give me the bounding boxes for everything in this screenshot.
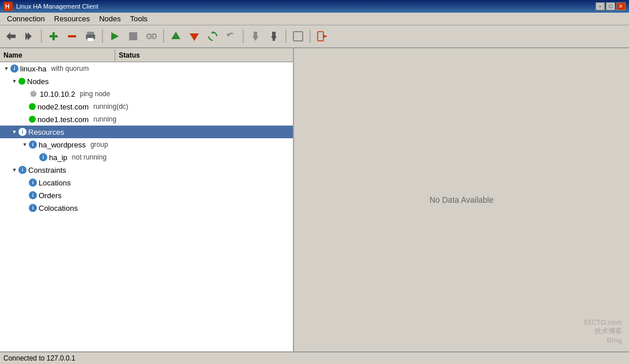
toolbar-remove-button[interactable] bbox=[63, 28, 81, 45]
menu-nodes[interactable]: Nodes bbox=[95, 13, 126, 24]
tree-row-locations[interactable]: i Locations bbox=[0, 176, 293, 189]
svg-rect-26 bbox=[273, 38, 275, 41]
minimize-button[interactable]: − bbox=[596, 2, 605, 10]
tree-row-linux-ha[interactable]: ▼ i linux-ha with quorum bbox=[0, 62, 293, 75]
info-resources-icon: i bbox=[18, 128, 27, 136]
tree-row-node1[interactable]: node1.test.com running bbox=[0, 113, 293, 126]
constraints-label: Constraints bbox=[28, 166, 66, 175]
expand-node1-icon bbox=[21, 115, 29, 123]
watermark-line1: 51CTO.com bbox=[584, 318, 622, 327]
watermark-line3: Blog bbox=[584, 336, 622, 344]
right-panel: No Data Available 51CTO.com 技术博客 Blog bbox=[294, 48, 629, 351]
info-linux-ha-icon: i bbox=[10, 65, 18, 73]
tree-row-orders[interactable]: i Orders bbox=[0, 189, 293, 202]
expand-nodes-icon[interactable]: ▼ bbox=[10, 77, 18, 85]
toolbar-view-button[interactable] bbox=[289, 28, 307, 45]
expand-constraints-icon[interactable]: ▼ bbox=[10, 166, 18, 174]
toolbar-sep-6 bbox=[310, 29, 311, 43]
toolbar-pin1-button[interactable] bbox=[247, 28, 264, 45]
toolbar-back-button[interactable] bbox=[2, 28, 20, 45]
menu-resources[interactable]: Resources bbox=[50, 13, 95, 24]
maximize-button[interactable]: □ bbox=[606, 2, 615, 10]
toolbar-sep-3 bbox=[163, 29, 164, 43]
info-colocations-icon: i bbox=[29, 204, 37, 212]
info-ha-ip-icon: i bbox=[39, 153, 47, 161]
status-message: Connected to 127.0.0.1 bbox=[3, 354, 76, 362]
svg-marker-19 bbox=[171, 32, 180, 39]
menu-tools[interactable]: Tools bbox=[126, 13, 152, 24]
svg-marker-23 bbox=[253, 36, 258, 41]
orders-label: Orders bbox=[39, 191, 62, 200]
status-bar: Connected to 127.0.0.1 bbox=[0, 351, 629, 364]
close-button[interactable]: ✕ bbox=[616, 2, 626, 10]
nodes-label: Nodes bbox=[27, 77, 49, 86]
tree-row-node2[interactable]: node2.test.com running(dc) bbox=[0, 100, 293, 113]
linux-ha-status: with quorum bbox=[47, 65, 89, 73]
tree-row-resources[interactable]: ▼ i Resources bbox=[0, 126, 293, 138]
toolbar-sep-4 bbox=[243, 29, 244, 43]
toolbar-pin2-button[interactable] bbox=[265, 28, 283, 45]
toolbar-stop-button[interactable] bbox=[125, 28, 142, 45]
tree-col-name: Name bbox=[0, 50, 115, 61]
ha-wordpress-label: ha_wordpress bbox=[39, 141, 86, 149]
colocations-label: Colocations bbox=[39, 204, 78, 213]
info-constraints-icon: i bbox=[18, 166, 27, 174]
info-ha-wordpress-icon: i bbox=[29, 141, 37, 149]
tree-row-colocations[interactable]: i Colocations bbox=[0, 202, 293, 214]
main-area: Name Status ▼ i linux-ha with quorum ▼ N… bbox=[0, 48, 629, 351]
app-icon: H bbox=[3, 2, 13, 11]
tree-content[interactable]: ▼ i linux-ha with quorum ▼ Nodes bbox=[0, 62, 293, 351]
toolbar-link-button[interactable] bbox=[143, 28, 160, 45]
expand-10-10-10-2-icon bbox=[21, 90, 29, 98]
locations-label: Locations bbox=[39, 179, 71, 187]
green-dot-nodes-icon bbox=[18, 78, 25, 85]
toolbar-sep-2 bbox=[102, 29, 103, 43]
10-10-10-2-status: ping node bbox=[75, 90, 110, 98]
svg-text:H: H bbox=[5, 3, 9, 10]
no-data-message: No Data Available bbox=[430, 195, 494, 204]
svg-line-37 bbox=[31, 92, 32, 93]
toolbar-add-button[interactable] bbox=[45, 28, 62, 45]
watermark: 51CTO.com 技术博客 Blog bbox=[584, 318, 622, 344]
tree-col-status: Status bbox=[115, 50, 144, 61]
svg-line-39 bbox=[35, 92, 36, 93]
svg-marker-2 bbox=[6, 32, 10, 40]
tree-row-constraints[interactable]: ▼ i Constraints bbox=[0, 164, 293, 176]
svg-line-38 bbox=[35, 95, 36, 96]
svg-rect-12 bbox=[87, 36, 89, 37]
toolbar-exit-button[interactable] bbox=[314, 28, 331, 45]
toolbar-forward-button[interactable] bbox=[21, 28, 38, 45]
svg-rect-3 bbox=[10, 35, 16, 38]
toolbar-play-button[interactable] bbox=[106, 28, 123, 45]
node1-status: running bbox=[89, 115, 116, 123]
title-bar: H Linux HA Management Client − □ ✕ bbox=[0, 0, 629, 13]
ha-wordpress-status: group bbox=[86, 141, 108, 149]
menu-connection[interactable]: Connection bbox=[2, 13, 50, 24]
toolbar-print-button[interactable] bbox=[82, 28, 99, 45]
tree-row-nodes[interactable]: ▼ Nodes bbox=[0, 75, 293, 88]
expand-ha-wordpress-icon[interactable]: ▼ bbox=[21, 141, 29, 149]
tree-row-ha-ip[interactable]: i ha_ip not running bbox=[0, 151, 293, 164]
tree-row-ha-wordpress[interactable]: ▼ i ha_wordpress group bbox=[0, 138, 293, 151]
toolbar-sep-1 bbox=[41, 29, 42, 43]
node1-label: node1.test.com bbox=[37, 115, 89, 124]
expand-locations-icon bbox=[21, 179, 29, 187]
node2-status: running(dc) bbox=[89, 103, 129, 111]
toolbar-sep-5 bbox=[285, 29, 287, 43]
toolbar-refresh-button[interactable] bbox=[204, 28, 221, 45]
toolbar-up-button[interactable] bbox=[167, 28, 184, 45]
svg-rect-11 bbox=[88, 38, 93, 41]
tree-row-10-10-10-2[interactable]: 10.10.10.2 ping node bbox=[0, 88, 293, 100]
toolbar-down-button[interactable] bbox=[186, 28, 203, 45]
10-10-10-2-label: 10.10.10.2 bbox=[40, 90, 75, 98]
expand-node2-icon bbox=[21, 103, 29, 111]
expand-resources-icon[interactable]: ▼ bbox=[10, 128, 18, 136]
expand-linux-ha-icon[interactable]: ▼ bbox=[2, 65, 10, 73]
svg-marker-13 bbox=[111, 32, 119, 40]
svg-rect-28 bbox=[318, 32, 323, 41]
linux-ha-label: linux-ha bbox=[20, 65, 47, 73]
expand-ha-ip-icon bbox=[31, 153, 39, 161]
gear-10-10-10-2-icon bbox=[29, 89, 38, 98]
toolbar-undo-button[interactable] bbox=[223, 28, 240, 45]
green-dot-node2-icon bbox=[29, 103, 36, 110]
